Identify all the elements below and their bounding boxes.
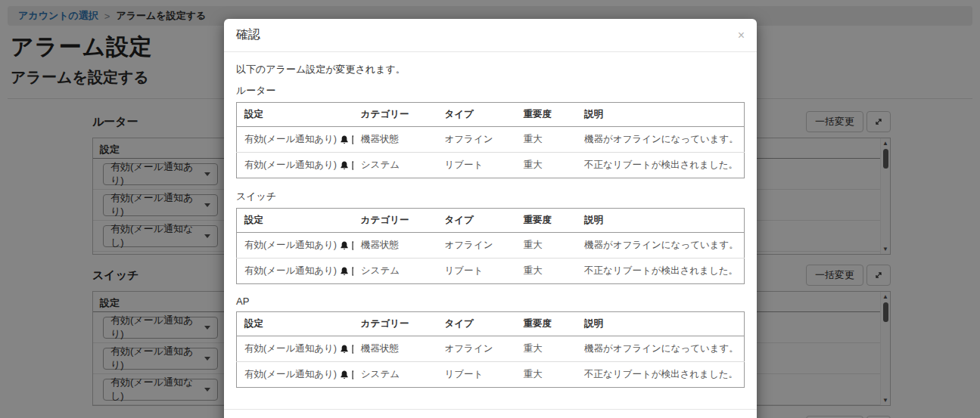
category-value: 機器状態 <box>353 127 437 153</box>
table-row: 有効(メール通知あり) システム リブート 重大 不正なリブートが検出されました… <box>237 153 745 178</box>
table-row: 有効(メール通知あり) システム リブート 重大 不正なリブートが検出されました… <box>237 362 745 388</box>
table-row: 有効(メール通知あり) 機器状態 オフライン 重大 機器がオフラインになっていま… <box>237 336 745 362</box>
col-header-severity: 重要度 <box>516 103 577 127</box>
severity-value: 重大 <box>516 127 577 153</box>
description-value: 不正なリブートが検出されました。 <box>577 259 744 284</box>
type-value: オフライン <box>437 127 516 153</box>
col-header-severity: 重要度 <box>516 312 577 336</box>
category-value: システム <box>353 259 437 284</box>
col-header-category: カテゴリー <box>353 209 437 233</box>
mail-icon <box>352 345 353 354</box>
mail-icon <box>352 267 353 276</box>
col-header-setting: 設定 <box>237 209 353 233</box>
col-header-severity: 重要度 <box>516 209 577 233</box>
table-row: 有効(メール通知あり) 機器状態 オフライン 重大 機器がオフラインになっていま… <box>237 127 745 153</box>
severity-value: 重大 <box>516 153 577 178</box>
setting-value: 有効(メール通知あり) <box>244 368 337 381</box>
description-value: 機器がオフラインになっています。 <box>577 336 744 362</box>
mail-icon <box>352 241 353 250</box>
col-header-setting: 設定 <box>237 312 353 336</box>
col-header-type: タイプ <box>437 103 516 127</box>
setting-value: 有効(メール通知あり) <box>244 342 337 355</box>
mail-icon <box>352 370 353 379</box>
type-value: リブート <box>437 362 516 388</box>
bell-icon <box>339 370 350 380</box>
col-header-type: タイプ <box>437 312 516 336</box>
confirm-table-switch: 設定 カテゴリー タイプ 重要度 説明 有効(メール通知あり) 機器状態 オフラ… <box>236 208 745 284</box>
table-row: 有効(メール通知あり) システム リブート 重大 不正なリブートが検出されました… <box>237 259 745 284</box>
table-row: 有効(メール通知あり) 機器状態 オフライン 重大 機器がオフラインになっていま… <box>237 233 745 259</box>
type-value: リブート <box>437 153 516 178</box>
category-value: 機器状態 <box>353 233 437 259</box>
close-icon[interactable]: × <box>738 29 745 42</box>
col-header-description: 説明 <box>577 209 744 233</box>
type-value: リブート <box>437 259 516 284</box>
bell-icon <box>339 240 350 251</box>
description-value: 不正なリブートが検出されました。 <box>577 153 744 178</box>
setting-value: 有効(メール通知あり) <box>244 133 337 146</box>
bell-icon <box>339 266 350 277</box>
bell-icon <box>339 160 350 171</box>
modal-title: 確認 <box>236 27 260 43</box>
col-header-setting: 設定 <box>237 103 353 127</box>
bell-icon <box>339 344 350 355</box>
category-value: システム <box>353 153 437 178</box>
modal-group-label-switch: スイッチ <box>236 190 745 203</box>
col-header-description: 説明 <box>577 312 744 336</box>
col-header-description: 説明 <box>577 103 744 127</box>
setting-value: 有効(メール通知あり) <box>244 239 337 252</box>
type-value: オフライン <box>437 233 516 259</box>
confirmation-modal: 確認 × 以下のアラーム設定が変更されます。 ルーター 設定 カテゴリー タイプ… <box>224 19 757 418</box>
bell-icon <box>339 135 350 145</box>
category-value: システム <box>353 362 437 388</box>
confirm-table-ap: 設定 カテゴリー タイプ 重要度 説明 有効(メール通知あり) 機器状態 オフラ… <box>236 311 745 388</box>
description-value: 不正なリブートが検出されました。 <box>577 362 744 388</box>
confirm-table-router: 設定 カテゴリー タイプ 重要度 説明 有効(メール通知あり) 機器状態 オフラ… <box>236 102 745 178</box>
setting-value: 有効(メール通知あり) <box>244 265 337 277</box>
modal-group-label-ap: AP <box>236 296 745 307</box>
mail-icon <box>352 135 353 144</box>
description-value: 機器がオフラインになっています。 <box>577 127 744 153</box>
severity-value: 重大 <box>516 233 577 259</box>
col-header-type: タイプ <box>437 209 516 233</box>
category-value: 機器状態 <box>353 336 437 362</box>
type-value: オフライン <box>437 336 516 362</box>
mail-icon <box>352 161 353 170</box>
col-header-category: カテゴリー <box>353 312 437 336</box>
description-value: 機器がオフラインになっています。 <box>577 233 744 259</box>
col-header-category: カテゴリー <box>353 103 437 127</box>
severity-value: 重大 <box>516 336 577 362</box>
severity-value: 重大 <box>516 259 577 284</box>
setting-value: 有効(メール通知あり) <box>244 159 337 172</box>
modal-intro-text: 以下のアラーム設定が変更されます。 <box>236 63 745 76</box>
severity-value: 重大 <box>516 362 577 388</box>
modal-group-label-router: ルーター <box>236 84 745 98</box>
